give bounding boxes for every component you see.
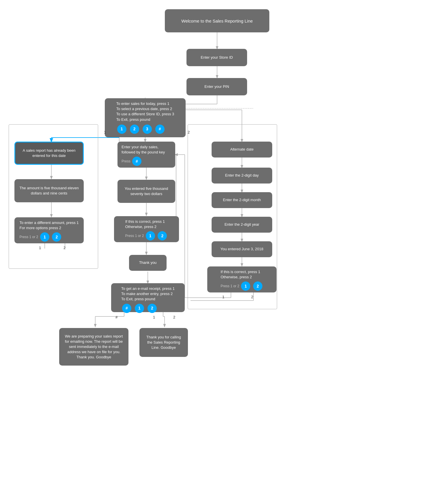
menu-line4: To Exit, press pound: [116, 117, 174, 122]
confirm-btn-2[interactable]: 2: [158, 231, 167, 240]
label-2-menu-right: 2: [188, 130, 190, 134]
store-id-label: Enter your Store ID: [201, 55, 233, 60]
menu-node: To enter sales for today, press 1 To sel…: [105, 98, 186, 137]
enter-month-label: Enter the 2-digit month: [223, 197, 261, 203]
menu-btn-1[interactable]: 1: [117, 125, 126, 134]
menu-btn-2[interactable]: 2: [130, 125, 139, 134]
label-1-receipt: 1: [153, 315, 155, 319]
amount-display-node: The amount is five thousand eleven dolla…: [14, 179, 84, 202]
enter-year-node: Enter the 2-digit year: [212, 217, 272, 233]
receipt-line3: To Exit, press pound: [121, 297, 175, 302]
enter-day-label: Enter the 2-digit day: [225, 173, 259, 178]
options-line2: For more options press 2: [20, 225, 79, 231]
welcome-label: Welcome to the Sales Reporting Line: [181, 18, 253, 24]
you-entered-date-label: You entered June 3, 2018: [221, 247, 263, 252]
menu-buttons: 1 2 3 #: [116, 125, 174, 134]
enter-sales-btn-hash[interactable]: #: [132, 157, 141, 166]
you-entered-node: You entered five thousand seventy two do…: [117, 180, 175, 203]
confirm-line1: If this is correct, press 1: [125, 219, 168, 224]
amount-display-label: The amount is five thousand eleven dolla…: [18, 186, 80, 196]
pin-label: Enter your PIN: [204, 84, 229, 89]
menu-line3: To use a different Store ID, press 3: [116, 112, 174, 117]
options-btn-2[interactable]: 2: [52, 232, 61, 242]
label-1-menu-left: 1: [104, 130, 106, 134]
receipt-btn-2[interactable]: 2: [148, 304, 157, 313]
confirm-btn-1[interactable]: 1: [146, 231, 155, 240]
enter-month-node: Enter the 2-digit month: [212, 192, 272, 208]
thank-you-label: Thank you: [139, 260, 157, 265]
confirm-press: Press 1 or 2 1 2: [125, 231, 168, 240]
receipt-btn-1[interactable]: 1: [135, 304, 144, 313]
alternate-date-label: Alternate date: [230, 147, 254, 152]
label-2-receipt: 2: [173, 315, 175, 319]
preparing-report-node: We are preparing your sales report for e…: [59, 328, 128, 366]
store-id-node: Enter your Store ID: [186, 49, 247, 66]
receipt-btn-hash[interactable]: #: [122, 304, 131, 313]
menu-btn-hash[interactable]: #: [155, 125, 165, 134]
enter-sales-node: Enter your daily sales, followed by the …: [117, 142, 175, 168]
already-entered-label: A sales report has already been entered …: [19, 148, 79, 158]
receipt-menu-node: To get an e-mail receipt, press 1 To mak…: [111, 283, 185, 312]
confirm-date-line1: If this is correct, press 1: [221, 269, 263, 275]
menu-line1: To enter sales for today, press 1: [116, 101, 174, 106]
goodbye-label: Thank you for calling the Sales Reportin…: [143, 335, 184, 351]
receipt-line2: To make another entry, press 2: [121, 291, 175, 297]
enter-day-node: Enter the 2-digit day: [212, 168, 272, 184]
you-entered-label: You entered five thousand seventy two do…: [122, 186, 171, 197]
confirm-node: If this is correct, press 1 Otherwise, p…: [114, 216, 179, 242]
receipt-buttons: # 1 2: [121, 304, 175, 313]
confirm-date-btn-1[interactable]: 1: [241, 281, 250, 291]
you-entered-date-node: You entered June 3, 2018: [212, 241, 272, 257]
pin-node: Enter your PIN: [186, 78, 247, 95]
options-line1: To enter a different amount, press 1: [20, 220, 79, 225]
goodbye-node: Thank you for calling the Sales Reportin…: [139, 328, 188, 357]
label-2-options: 2: [64, 246, 66, 250]
options-menu-node: To enter a different amount, press 1 For…: [14, 217, 84, 243]
thank-you-node: Thank you: [129, 255, 167, 271]
confirm-date-press: Press 1 or 2 1 2: [221, 281, 263, 291]
menu-line2: To select a previous date, press 2: [116, 106, 174, 112]
confirm-date-line2: Otherwise, press 2: [221, 275, 263, 280]
welcome-node: Welcome to the Sales Reporting Line: [165, 9, 269, 32]
already-entered-node: A sales report has already been entered …: [14, 142, 84, 165]
preparing-report-label: We are preparing your sales report for e…: [63, 334, 124, 360]
enter-sales-line1: Enter your daily sales, followed by the …: [122, 144, 171, 155]
confirm-date-btn-2[interactable]: 2: [253, 281, 262, 291]
alternate-date-node: Alternate date: [212, 142, 272, 158]
menu-btn-3[interactable]: 3: [143, 125, 152, 134]
enter-sales-press: Press #: [122, 157, 171, 166]
label-1-options: 1: [39, 246, 41, 250]
confirm-date-node: If this is correct, press 1 Otherwise, p…: [207, 266, 277, 292]
flowchart: Welcome to the Sales Reporting Line Ente…: [0, 0, 433, 504]
label-1-confirm-date: 1: [222, 295, 224, 299]
label-hash-receipt: #: [115, 315, 117, 319]
label-2-confirm-date: 2: [251, 295, 253, 299]
receipt-line1: To get an e-mail receipt, press 1: [121, 286, 175, 291]
confirm-line2: Otherwise, press 2: [125, 224, 168, 229]
options-btn-1[interactable]: 1: [40, 232, 49, 242]
options-press-label: Press 1 or 2 1 2: [20, 232, 79, 242]
enter-year-label: Enter the 2-digit year: [225, 222, 260, 227]
